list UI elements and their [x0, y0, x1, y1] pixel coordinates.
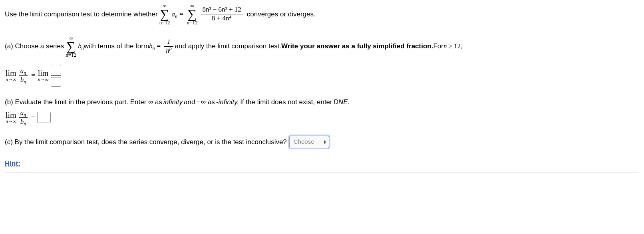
dne-word: DNE.: [334, 97, 350, 107]
bn-form: bn: [149, 41, 155, 52]
cond: n ≥ 12: [443, 41, 461, 52]
bn-term: bn: [78, 41, 83, 52]
part-a: (a) Choose a series ∞ ∑ n=12 bn with ter…: [5, 36, 639, 58]
lim-2: lim n→∞: [38, 69, 49, 82]
an-over-bn: an bn: [19, 67, 28, 83]
limit-value-input[interactable]: [37, 112, 51, 123]
equals-1: =: [179, 9, 183, 20]
neg-infinity-word: -infinity.: [216, 97, 239, 107]
sum-bn: ∞ ∑ n=12: [66, 36, 76, 58]
comma: ,: [461, 41, 463, 52]
denominator-input[interactable]: [51, 77, 61, 87]
part-c-text: (c) By the limit comparison test, does t…: [5, 137, 287, 147]
part-c: (c) By the limit comparison test, does t…: [5, 136, 639, 148]
hint-link[interactable]: Hint:: [5, 160, 20, 167]
equals-2: =: [157, 41, 161, 52]
equals-b: =: [31, 113, 35, 123]
question-intro: Use the limit comparison test to determi…: [5, 3, 639, 25]
lim-1: lim n→∞: [6, 69, 16, 82]
lim-b: lim n→∞: [6, 111, 16, 124]
part-a-tail: For: [433, 41, 443, 52]
equals-3: =: [31, 70, 35, 81]
intro-post: converges or diverges.: [247, 9, 316, 20]
select-placeholder: Choose: [294, 137, 314, 147]
part-a-mid2: and apply the limit comparison test.: [175, 41, 281, 52]
infinity-word: infinity: [163, 97, 183, 107]
hint-row: Hint:: [5, 159, 639, 169]
part-a-bold: Write your answer as a fully simplified …: [281, 41, 433, 52]
sum-frac: ∞ ∑ n=12: [187, 3, 198, 25]
limit-expression: lim n→∞ an bn = lim n→∞: [5, 65, 639, 87]
main-fraction: 8n³ − 6n² + 12 8 + 4n⁴: [201, 6, 242, 22]
an-term: an: [172, 9, 177, 20]
intro-pre: Use the limit comparison test to determi…: [5, 9, 158, 20]
part-b-text2: and −∞ as: [184, 97, 215, 107]
part-b-text1: (b) Evaluate the limit in the previous p…: [5, 97, 162, 107]
one-over-np: 1 np: [164, 38, 173, 54]
part-a-mid1: with terms of the form: [84, 41, 149, 52]
divider: [5, 173, 639, 173]
numerator-input[interactable]: [51, 65, 61, 74]
part-b: (b) Evaluate the limit in the previous p…: [5, 97, 639, 126]
an-over-bn-b: an bn: [19, 109, 28, 125]
sum-an: ∞ ∑ n=12: [159, 3, 170, 25]
part-a-label: (a) Choose a series: [5, 41, 64, 52]
conclusion-select[interactable]: Choose ▲▼: [289, 136, 330, 148]
answer-fraction: [51, 65, 61, 87]
part-b-text3: If the limit does not exist, enter: [240, 97, 332, 107]
select-arrows-icon: ▲▼: [323, 140, 327, 144]
